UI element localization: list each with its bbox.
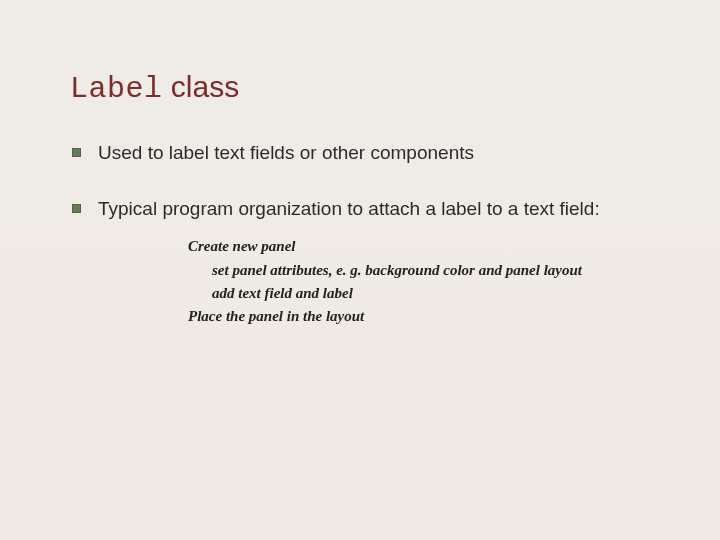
bullet-item: Typical program organization to attach a… xyxy=(70,196,660,329)
sublist-item: Place the panel in the layout xyxy=(188,305,660,328)
sublist: Create new panel set panel attributes, e… xyxy=(188,235,660,328)
bullet-list: Used to label text fields or other compo… xyxy=(70,140,660,328)
bullet-text: Typical program organization to attach a… xyxy=(98,198,600,219)
slide-title: Label class xyxy=(70,70,660,106)
bullet-item: Used to label text fields or other compo… xyxy=(70,140,660,166)
bullet-text: Used to label text fields or other compo… xyxy=(98,142,474,163)
sublist-item: Create new panel xyxy=(188,235,660,258)
slide: Label class Used to label text fields or… xyxy=(0,0,720,540)
title-code-part: Label xyxy=(70,72,163,106)
title-plain-part: class xyxy=(163,70,240,103)
sublist-item: add text field and label xyxy=(188,282,660,305)
sublist-item: set panel attributes, e. g. background c… xyxy=(188,259,660,282)
